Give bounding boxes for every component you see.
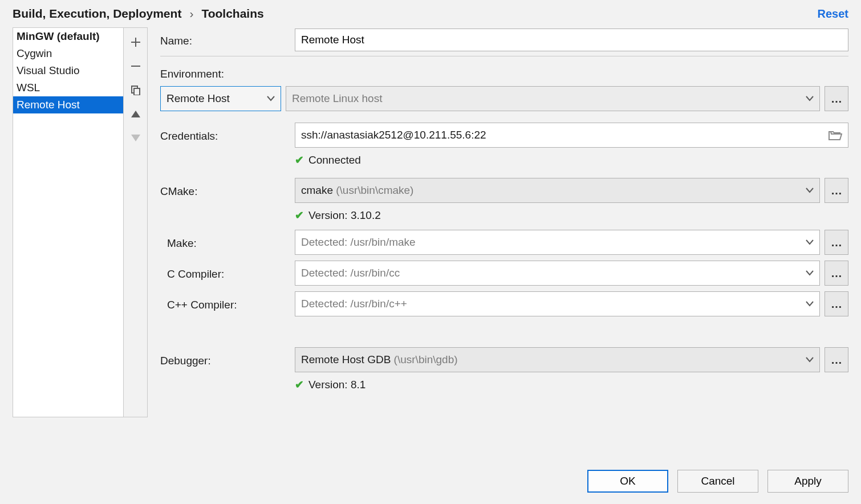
environment-label: Environment: — [160, 66, 295, 80]
plus-icon — [131, 37, 141, 47]
breadcrumb: Build, Execution, Deployment › Toolchain… — [13, 7, 264, 21]
toolchain-item-remote-host[interactable]: Remote Host — [13, 96, 123, 113]
copy-icon — [131, 85, 141, 95]
triangle-up-icon — [131, 111, 140, 117]
cmake-label: CMake: — [160, 183, 295, 198]
reset-link[interactable]: Reset — [818, 7, 848, 21]
cpp-compiler-select[interactable]: Detected: /usr/bin/c++ — [295, 291, 820, 316]
check-icon: ✔ — [295, 209, 304, 222]
c-compiler-browse-button[interactable]: … — [825, 261, 848, 286]
move-up-button[interactable] — [127, 102, 145, 126]
name-label: Name: — [160, 32, 295, 47]
c-compiler-placeholder: Detected: /usr/bin/cc — [301, 267, 400, 279]
chevron-down-icon — [267, 96, 275, 101]
cmake-select[interactable]: cmake (\usr\bin\cmake) — [295, 178, 820, 203]
toolchain-item-mingw[interactable]: MinGW (default) — [13, 28, 123, 45]
debugger-label: Debugger: — [160, 352, 295, 367]
cpp-compiler-label: C++ Compiler: — [160, 296, 295, 311]
debugger-version-status: ✔ Version: 8.1 — [295, 375, 365, 391]
ellipsis-icon: … — [831, 267, 842, 280]
debugger-browse-button[interactable]: … — [825, 347, 848, 372]
credentials-label: Credentials: — [160, 128, 295, 143]
move-down-button[interactable] — [127, 126, 145, 150]
cmake-path: (\usr\bin\cmake) — [336, 184, 413, 196]
toolchain-item-visual-studio[interactable]: Visual Studio — [13, 62, 123, 79]
debugger-path: (\usr\bin\gdb) — [394, 353, 458, 365]
toolchain-item-cygwin[interactable]: Cygwin — [13, 45, 123, 62]
cmake-name: cmake — [301, 184, 333, 196]
make-placeholder: Detected: /usr/bin/make — [301, 236, 416, 249]
ellipsis-icon: … — [831, 92, 842, 105]
ellipsis-icon: … — [831, 236, 842, 249]
environment-value: Remote Host — [166, 92, 230, 105]
chevron-down-icon — [806, 301, 814, 307]
check-icon: ✔ — [295, 153, 304, 166]
credentials-value: ssh://anastasiak2512@10.211.55.6:22 — [301, 129, 486, 141]
environment-select[interactable]: Remote Host — [160, 86, 281, 111]
check-icon: ✔ — [295, 378, 304, 391]
apply-button[interactable]: Apply — [767, 470, 848, 493]
breadcrumb-current: Toolchains — [201, 7, 263, 21]
folder-open-icon[interactable] — [828, 130, 842, 140]
ok-button[interactable]: OK — [587, 470, 668, 493]
cpp-compiler-browse-button[interactable]: … — [825, 291, 848, 316]
cmake-browse-button[interactable]: … — [825, 178, 848, 203]
make-browse-button[interactable]: … — [825, 230, 848, 255]
cpp-compiler-placeholder: Detected: /usr/bin/c++ — [301, 298, 407, 310]
toolchain-item-wsl[interactable]: WSL — [13, 79, 123, 96]
dialog-buttons: OK Cancel Apply — [587, 470, 848, 493]
chevron-down-icon — [806, 270, 814, 276]
chevron-down-icon — [806, 188, 814, 193]
name-input[interactable] — [295, 29, 848, 51]
ellipsis-icon: … — [831, 353, 842, 367]
toolchains-list[interactable]: MinGW (default) Cygwin Visual Studio WSL… — [13, 27, 124, 417]
chevron-down-icon — [806, 357, 814, 363]
chevron-down-icon — [806, 96, 814, 101]
debugger-name: Remote Host GDB — [301, 353, 391, 365]
minus-icon — [131, 61, 141, 71]
add-toolchain-button[interactable] — [127, 30, 145, 54]
ellipsis-icon: … — [831, 298, 842, 311]
cmake-version-status: ✔ Version: 3.10.2 — [295, 205, 381, 222]
cancel-button[interactable]: Cancel — [677, 470, 758, 493]
breadcrumb-parent[interactable]: Build, Execution, Deployment — [13, 7, 181, 21]
connected-status: ✔ Connected — [295, 150, 361, 166]
debugger-select[interactable]: Remote Host GDB (\usr\bin\gdb) — [295, 347, 820, 372]
host-placeholder: Remote Linux host — [292, 92, 382, 105]
c-compiler-label: C Compiler: — [160, 266, 295, 281]
c-compiler-select[interactable]: Detected: /usr/bin/cc — [295, 261, 820, 286]
host-browse-button[interactable]: … — [825, 86, 848, 111]
toolchains-panel: MinGW (default) Cygwin Visual Studio WSL… — [13, 27, 148, 417]
triangle-down-icon — [131, 135, 140, 141]
toolchains-side-buttons — [124, 27, 148, 417]
remove-toolchain-button[interactable] — [127, 54, 145, 78]
make-select[interactable]: Detected: /usr/bin/make — [295, 230, 820, 255]
chevron-right-icon: › — [189, 7, 193, 21]
toolchain-form: Name: Environment: Remote Host Remote Li… — [160, 27, 848, 417]
make-label: Make: — [160, 235, 295, 250]
ellipsis-icon: … — [831, 184, 842, 197]
credentials-field[interactable]: ssh://anastasiak2512@10.211.55.6:22 — [295, 123, 848, 148]
divider — [160, 56, 848, 56]
chevron-down-icon — [806, 239, 814, 245]
host-select[interactable]: Remote Linux host — [286, 86, 820, 111]
copy-toolchain-button[interactable] — [127, 78, 145, 102]
svg-rect-1 — [134, 88, 140, 95]
